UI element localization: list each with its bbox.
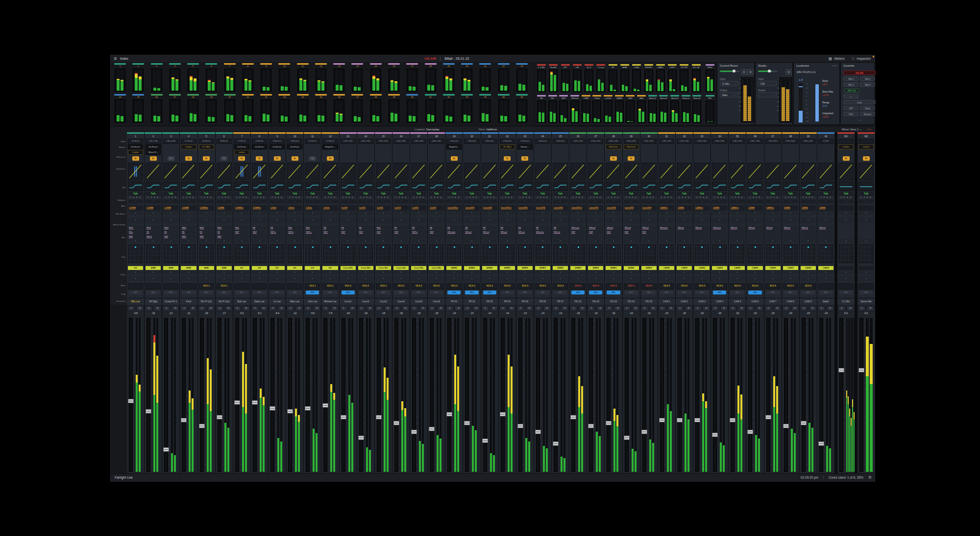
channel-name[interactable]: CAM 2 xyxy=(676,298,693,305)
iso-button[interactable]: ISO xyxy=(713,291,726,294)
mix-minus-assignment[interactable]: COMM xyxy=(217,205,232,211)
subs-assignment[interactable]: AMB xyxy=(217,266,232,270)
iso-button[interactable]: ISO xyxy=(288,291,301,294)
mix-minus-assignment[interactable]: CSide xyxy=(287,205,302,211)
aux-add-button[interactable]: + xyxy=(553,239,568,243)
aux-send[interactable] xyxy=(500,235,515,239)
talkback-keys[interactable]: 1 2 3 4 xyxy=(552,196,569,199)
subs-assignment[interactable]: AMB xyxy=(199,266,214,270)
pan-grid[interactable] xyxy=(712,244,727,263)
afv-row[interactable]: — xyxy=(712,199,727,203)
vca-assignment[interactable] xyxy=(858,283,874,290)
eq-graph[interactable] xyxy=(694,181,710,191)
matrix-send-add-button[interactable]: + xyxy=(624,218,639,223)
channel-name[interactable]: Stereo Mix xyxy=(858,298,875,305)
talk-button[interactable]: Talk xyxy=(588,192,603,196)
iso-button[interactable]: ISO xyxy=(501,291,514,294)
matrix-send-add-button[interactable]: + xyxy=(393,218,409,223)
mute-button[interactable]: M xyxy=(827,306,834,311)
mix-minus-add-button[interactable]: + xyxy=(305,211,320,215)
vca-assignment[interactable]: VCA 5 xyxy=(801,283,816,290)
subs-add-button[interactable]: + xyxy=(535,270,550,274)
aux-send[interactable] xyxy=(376,235,391,239)
eq-graph[interactable] xyxy=(801,181,816,191)
channel-name[interactable]: FSt 01 xyxy=(569,298,587,305)
input-assignment[interactable]: 57.BlckD xyxy=(234,139,249,144)
mix-minus-add-button[interactable]: + xyxy=(128,211,143,215)
aux-send[interactable]: REP xyxy=(217,235,232,239)
vca-assignment[interactable]: VCA 5 xyxy=(712,283,727,290)
eq-graph[interactable] xyxy=(429,181,444,191)
main-add-button[interactable]: + xyxy=(270,277,285,281)
aux-send[interactable]: FB ▸ xyxy=(376,226,391,230)
subs-assignment[interactable]: AMBS xyxy=(570,266,586,270)
fader-track[interactable] xyxy=(465,318,469,472)
channel-name[interactable]: FSt 03 xyxy=(605,298,622,305)
solo-button[interactable]: S xyxy=(375,306,383,311)
dynamics-graph[interactable] xyxy=(730,163,745,180)
mute-button[interactable]: M xyxy=(207,306,215,311)
aux-send[interactable]: WFeed xyxy=(694,226,710,230)
mix-minus-assignment[interactable]: CmPS xyxy=(376,205,391,211)
talk-button[interactable]: Talk xyxy=(517,192,533,196)
input-assignment[interactable]: 55.BlckD xyxy=(305,139,320,144)
talkback-keys[interactable]: 1 2 3 4 xyxy=(463,196,480,199)
subs-add-button[interactable]: + xyxy=(146,270,161,274)
index-button[interactable]: Index xyxy=(120,55,128,62)
aux-send[interactable] xyxy=(287,235,302,239)
main-add-button[interactable]: + xyxy=(217,277,232,281)
mix-minus-add-button[interactable]: + xyxy=(588,211,603,215)
subs-add-button[interactable]: + xyxy=(500,270,515,274)
mix-minus-add-button[interactable]: + xyxy=(163,211,178,215)
aux-add-button[interactable]: + xyxy=(234,239,249,243)
aux-add-button[interactable]: + xyxy=(376,239,391,243)
talkback-keys[interactable]: 1 2 3 4 xyxy=(375,196,392,199)
pan-grid[interactable] xyxy=(288,244,302,263)
vca-assignment[interactable] xyxy=(163,283,178,290)
main-add-button[interactable]: + xyxy=(765,277,781,281)
aux-add-button[interactable]: + xyxy=(341,239,356,243)
pan-grid[interactable] xyxy=(819,244,833,263)
aux-add-button[interactable]: + xyxy=(783,239,798,243)
aux-add-button[interactable]: + xyxy=(659,239,674,243)
aux-add-button[interactable]: + xyxy=(747,239,762,243)
matrix-send-add-button[interactable]: + xyxy=(270,218,285,223)
subs-assignment[interactable]: DX xyxy=(287,266,302,270)
talkback-keys[interactable]: 1 2 3 4 xyxy=(340,196,357,199)
pan-grid[interactable] xyxy=(801,244,815,263)
afv-row[interactable]: — xyxy=(624,199,639,203)
channel-name[interactable]: FR 01 xyxy=(445,298,463,305)
vca-assignment[interactable] xyxy=(234,283,249,290)
aux-add-button[interactable]: + xyxy=(146,239,161,243)
channel-name[interactable]: FR 04 xyxy=(499,298,516,305)
pan-grid[interactable] xyxy=(128,244,143,263)
subs-assignment[interactable]: AMBS xyxy=(553,266,568,270)
aux-send[interactable] xyxy=(570,235,586,239)
aux-add-button[interactable]: + xyxy=(393,239,409,243)
afv-row[interactable]: — xyxy=(783,199,798,203)
iso-button[interactable]: ISO xyxy=(642,291,656,294)
subs-add-button[interactable]: + xyxy=(429,270,444,274)
mix-minus-assignment[interactable]: CamOPS xyxy=(553,205,568,211)
mix-minus-add-button[interactable]: + xyxy=(358,211,373,215)
dynamics-graph[interactable] xyxy=(393,163,409,180)
pan-grid[interactable] xyxy=(695,244,709,263)
iso-button[interactable]: ISO xyxy=(235,291,248,294)
afv-row[interactable]: — xyxy=(535,199,550,203)
eq-graph[interactable] xyxy=(234,181,249,191)
mix-minus-assignment[interactable]: CmPS xyxy=(358,205,373,211)
pan-grid[interactable] xyxy=(412,244,426,263)
subs-assignment[interactable]: AMB xyxy=(163,266,178,270)
mix-minus-assignment[interactable]: CamOPS ▸ xyxy=(446,205,462,211)
main-add-button[interactable]: + xyxy=(482,277,497,281)
subs-add-button[interactable]: + xyxy=(305,270,320,274)
input-assignment[interactable]: 4.BD,5.BD xyxy=(712,139,727,144)
aux-send[interactable]: REP xyxy=(234,230,249,234)
fader-handle[interactable] xyxy=(270,406,275,411)
mute-button[interactable]: M xyxy=(867,306,874,311)
dynamics-graph[interactable] xyxy=(677,163,692,180)
aux-send[interactable] xyxy=(464,235,479,239)
talk-button[interactable]: Talk xyxy=(500,192,515,196)
aux-send[interactable] xyxy=(411,235,426,239)
subs-add-button[interactable]: + xyxy=(322,270,338,274)
